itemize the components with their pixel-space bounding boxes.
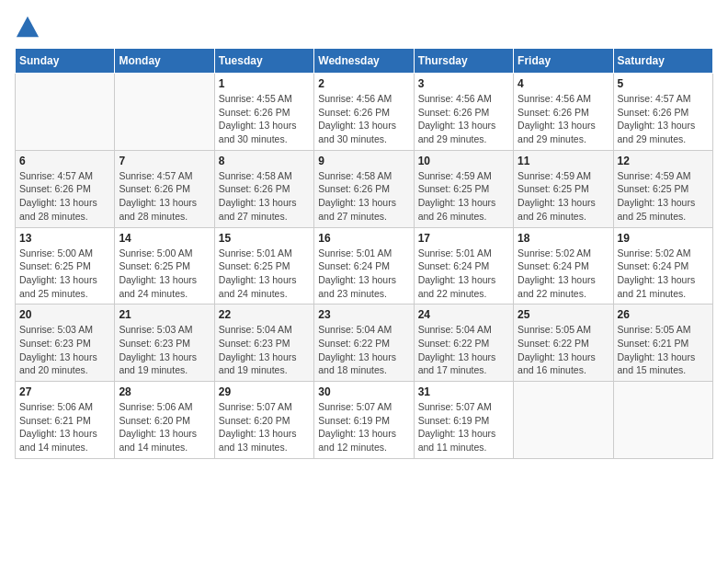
calendar-day-cell: 20Sunrise: 5:03 AM Sunset: 6:23 PM Dayli… bbox=[16, 304, 115, 382]
calendar-day-cell bbox=[115, 74, 214, 151]
day-of-week-header: Monday bbox=[115, 49, 214, 74]
calendar-day-cell: 21Sunrise: 5:03 AM Sunset: 6:23 PM Dayli… bbox=[115, 304, 214, 382]
day-number: 2 bbox=[318, 77, 409, 90]
day-info: Sunrise: 5:07 AM Sunset: 6:20 PM Dayligh… bbox=[219, 400, 310, 454]
calendar-day-cell: 4Sunrise: 4:56 AM Sunset: 6:26 PM Daylig… bbox=[514, 74, 613, 151]
day-number: 26 bbox=[618, 308, 709, 321]
day-info: Sunrise: 5:01 AM Sunset: 6:24 PM Dayligh… bbox=[418, 247, 509, 301]
day-number: 10 bbox=[418, 155, 509, 167]
calendar-day-cell: 2Sunrise: 4:56 AM Sunset: 6:26 PM Daylig… bbox=[314, 74, 414, 151]
day-number: 16 bbox=[318, 232, 409, 245]
day-number: 31 bbox=[418, 385, 509, 398]
day-of-week-header: Friday bbox=[514, 49, 613, 74]
calendar-day-cell: 18Sunrise: 5:02 AM Sunset: 6:24 PM Dayli… bbox=[514, 227, 613, 304]
day-number: 15 bbox=[219, 232, 310, 245]
calendar-day-cell: 1Sunrise: 4:55 AM Sunset: 6:26 PM Daylig… bbox=[214, 74, 313, 151]
day-info: Sunrise: 4:58 AM Sunset: 6:26 PM Dayligh… bbox=[318, 169, 409, 224]
calendar-day-cell: 5Sunrise: 4:57 AM Sunset: 6:26 PM Daylig… bbox=[613, 74, 712, 151]
calendar-day-cell: 12Sunrise: 4:59 AM Sunset: 6:25 PM Dayli… bbox=[613, 150, 712, 227]
calendar-day-cell: 26Sunrise: 5:05 AM Sunset: 6:21 PM Dayli… bbox=[613, 304, 712, 382]
calendar-day-cell: 13Sunrise: 5:00 AM Sunset: 6:25 PM Dayli… bbox=[16, 227, 115, 304]
day-of-week-header: Wednesday bbox=[314, 49, 414, 74]
calendar-day-cell: 9Sunrise: 4:58 AM Sunset: 6:26 PM Daylig… bbox=[314, 150, 414, 227]
day-of-week-header: Sunday bbox=[16, 49, 115, 74]
calendar-day-cell: 15Sunrise: 5:01 AM Sunset: 6:25 PM Dayli… bbox=[214, 227, 313, 304]
calendar-day-cell: 7Sunrise: 4:57 AM Sunset: 6:26 PM Daylig… bbox=[115, 150, 214, 227]
calendar-day-cell: 30Sunrise: 5:07 AM Sunset: 6:19 PM Dayli… bbox=[314, 382, 414, 459]
day-number: 9 bbox=[318, 155, 409, 167]
day-info: Sunrise: 5:07 AM Sunset: 6:19 PM Dayligh… bbox=[318, 400, 409, 454]
day-number: 17 bbox=[418, 232, 509, 245]
day-of-week-header: Thursday bbox=[414, 49, 513, 74]
header-row: SundayMondayTuesdayWednesdayThursdayFrid… bbox=[16, 49, 713, 74]
day-info: Sunrise: 5:05 AM Sunset: 6:21 PM Dayligh… bbox=[618, 323, 709, 377]
calendar-week-row: 27Sunrise: 5:06 AM Sunset: 6:21 PM Dayli… bbox=[16, 382, 713, 459]
day-number: 18 bbox=[518, 232, 609, 245]
day-number: 29 bbox=[219, 385, 310, 398]
calendar-day-cell: 19Sunrise: 5:02 AM Sunset: 6:24 PM Dayli… bbox=[613, 227, 712, 304]
day-number: 8 bbox=[219, 155, 310, 167]
day-number: 3 bbox=[418, 77, 509, 90]
day-number: 25 bbox=[518, 308, 609, 321]
day-number: 7 bbox=[119, 155, 210, 167]
calendar-day-cell: 17Sunrise: 5:01 AM Sunset: 6:24 PM Dayli… bbox=[414, 227, 513, 304]
day-number: 19 bbox=[618, 232, 709, 245]
day-info: Sunrise: 4:56 AM Sunset: 6:26 PM Dayligh… bbox=[418, 92, 509, 146]
day-number: 30 bbox=[318, 385, 409, 398]
day-info: Sunrise: 5:01 AM Sunset: 6:24 PM Dayligh… bbox=[318, 247, 409, 301]
day-info: Sunrise: 4:57 AM Sunset: 6:26 PM Dayligh… bbox=[119, 169, 210, 224]
calendar-body: 1Sunrise: 4:55 AM Sunset: 6:26 PM Daylig… bbox=[16, 74, 713, 459]
day-number: 27 bbox=[19, 385, 110, 398]
day-number: 5 bbox=[618, 77, 709, 90]
day-info: Sunrise: 4:56 AM Sunset: 6:26 PM Dayligh… bbox=[518, 92, 609, 146]
day-info: Sunrise: 5:06 AM Sunset: 6:20 PM Dayligh… bbox=[119, 400, 210, 454]
calendar-day-cell: 14Sunrise: 5:00 AM Sunset: 6:25 PM Dayli… bbox=[115, 227, 214, 304]
calendar-day-cell: 24Sunrise: 5:04 AM Sunset: 6:22 PM Dayli… bbox=[414, 304, 513, 382]
day-info: Sunrise: 5:07 AM Sunset: 6:19 PM Dayligh… bbox=[418, 400, 509, 454]
day-info: Sunrise: 4:59 AM Sunset: 6:25 PM Dayligh… bbox=[618, 169, 709, 224]
day-info: Sunrise: 5:02 AM Sunset: 6:24 PM Dayligh… bbox=[518, 247, 609, 301]
day-info: Sunrise: 5:00 AM Sunset: 6:25 PM Dayligh… bbox=[19, 247, 110, 301]
calendar-day-cell: 29Sunrise: 5:07 AM Sunset: 6:20 PM Dayli… bbox=[214, 382, 313, 459]
day-info: Sunrise: 5:02 AM Sunset: 6:24 PM Dayligh… bbox=[618, 247, 709, 301]
day-number: 23 bbox=[318, 308, 409, 321]
day-number: 13 bbox=[19, 232, 110, 245]
calendar-week-row: 6Sunrise: 4:57 AM Sunset: 6:26 PM Daylig… bbox=[16, 150, 713, 227]
day-of-week-header: Tuesday bbox=[214, 49, 313, 74]
day-number: 11 bbox=[518, 155, 609, 167]
calendar-day-cell: 22Sunrise: 5:04 AM Sunset: 6:23 PM Dayli… bbox=[214, 304, 313, 382]
day-info: Sunrise: 5:00 AM Sunset: 6:25 PM Dayligh… bbox=[119, 247, 210, 301]
calendar-table: SundayMondayTuesdayWednesdayThursdayFrid… bbox=[15, 48, 713, 459]
calendar-day-cell: 31Sunrise: 5:07 AM Sunset: 6:19 PM Dayli… bbox=[414, 382, 513, 459]
calendar-header: SundayMondayTuesdayWednesdayThursdayFrid… bbox=[16, 49, 713, 74]
day-info: Sunrise: 4:57 AM Sunset: 6:26 PM Dayligh… bbox=[618, 92, 709, 146]
day-number: 12 bbox=[618, 155, 709, 167]
day-info: Sunrise: 5:01 AM Sunset: 6:25 PM Dayligh… bbox=[219, 247, 310, 301]
day-number: 28 bbox=[119, 385, 210, 398]
day-info: Sunrise: 4:58 AM Sunset: 6:26 PM Dayligh… bbox=[219, 169, 310, 224]
day-number: 24 bbox=[418, 308, 509, 321]
day-number: 1 bbox=[219, 77, 310, 90]
day-number: 20 bbox=[19, 308, 110, 321]
calendar-day-cell: 25Sunrise: 5:05 AM Sunset: 6:22 PM Dayli… bbox=[514, 304, 613, 382]
day-info: Sunrise: 4:59 AM Sunset: 6:25 PM Dayligh… bbox=[518, 169, 609, 224]
day-info: Sunrise: 4:55 AM Sunset: 6:26 PM Dayligh… bbox=[219, 92, 310, 146]
day-number: 21 bbox=[119, 308, 210, 321]
calendar-day-cell: 6Sunrise: 4:57 AM Sunset: 6:26 PM Daylig… bbox=[16, 150, 115, 227]
calendar-day-cell bbox=[514, 382, 613, 459]
day-info: Sunrise: 5:03 AM Sunset: 6:23 PM Dayligh… bbox=[19, 323, 110, 377]
logo-icon bbox=[15, 15, 40, 40]
calendar-day-cell: 28Sunrise: 5:06 AM Sunset: 6:20 PM Dayli… bbox=[115, 382, 214, 459]
day-info: Sunrise: 5:03 AM Sunset: 6:23 PM Dayligh… bbox=[119, 323, 210, 377]
day-info: Sunrise: 4:56 AM Sunset: 6:26 PM Dayligh… bbox=[318, 92, 409, 146]
calendar-day-cell bbox=[16, 74, 115, 151]
calendar-day-cell: 11Sunrise: 4:59 AM Sunset: 6:25 PM Dayli… bbox=[514, 150, 613, 227]
day-info: Sunrise: 5:04 AM Sunset: 6:22 PM Dayligh… bbox=[418, 323, 509, 377]
page-header bbox=[15, 15, 713, 40]
calendar-week-row: 13Sunrise: 5:00 AM Sunset: 6:25 PM Dayli… bbox=[16, 227, 713, 304]
day-info: Sunrise: 5:05 AM Sunset: 6:22 PM Dayligh… bbox=[518, 323, 609, 377]
svg-marker-0 bbox=[17, 17, 39, 37]
calendar-week-row: 1Sunrise: 4:55 AM Sunset: 6:26 PM Daylig… bbox=[16, 74, 713, 151]
calendar-day-cell: 23Sunrise: 5:04 AM Sunset: 6:22 PM Dayli… bbox=[314, 304, 414, 382]
day-info: Sunrise: 4:57 AM Sunset: 6:26 PM Dayligh… bbox=[19, 169, 110, 224]
